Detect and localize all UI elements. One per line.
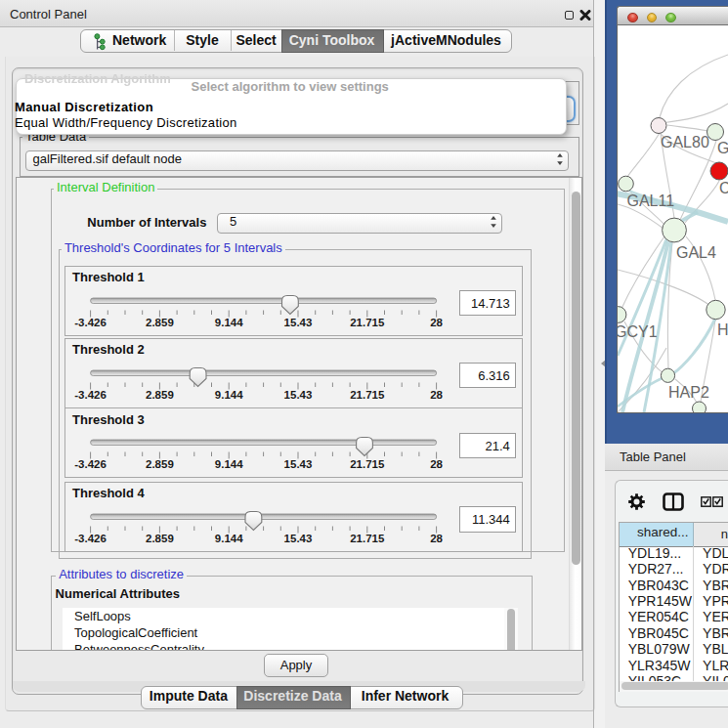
- svg-text:-3.426: -3.426: [74, 388, 107, 400]
- svg-text:15.43: 15.43: [284, 458, 313, 470]
- svg-text:15.43: 15.43: [284, 532, 313, 543]
- svg-text:9.144: 9.144: [215, 532, 243, 543]
- svg-text:GAL80: GAL80: [661, 134, 709, 150]
- svg-text:28: 28: [430, 388, 443, 400]
- svg-text:C: C: [719, 180, 728, 196]
- svg-text:21.715: 21.715: [350, 388, 385, 400]
- svg-text:2.859: 2.859: [146, 388, 174, 400]
- svg-text:9.144: 9.144: [215, 458, 243, 470]
- svg-text:GAL4: GAL4: [676, 244, 716, 261]
- svg-text:GAL11: GAL11: [626, 193, 674, 209]
- svg-text:28: 28: [430, 458, 443, 470]
- svg-text:21.715: 21.715: [350, 458, 385, 470]
- svg-text:15.43: 15.43: [284, 316, 313, 327]
- svg-text:HAP2: HAP2: [668, 384, 709, 401]
- svg-text:2.859: 2.859: [146, 458, 174, 470]
- svg-text:2.859: 2.859: [146, 316, 174, 327]
- svg-text:21.715: 21.715: [350, 532, 385, 543]
- svg-text:H: H: [717, 321, 728, 338]
- svg-text:28: 28: [430, 316, 443, 327]
- svg-text:21.715: 21.715: [350, 316, 385, 327]
- svg-text:9.144: 9.144: [215, 316, 243, 327]
- svg-text:2.859: 2.859: [146, 532, 174, 543]
- svg-text:-3.426: -3.426: [74, 316, 107, 327]
- svg-text:-3.426: -3.426: [74, 458, 107, 470]
- svg-text:28: 28: [430, 532, 443, 543]
- svg-text:GA: GA: [717, 140, 728, 156]
- svg-text:GCY1: GCY1: [617, 323, 658, 340]
- svg-text:15.43: 15.43: [284, 388, 313, 400]
- svg-text:9.144: 9.144: [215, 388, 243, 400]
- svg-text:-3.426: -3.426: [74, 532, 107, 543]
